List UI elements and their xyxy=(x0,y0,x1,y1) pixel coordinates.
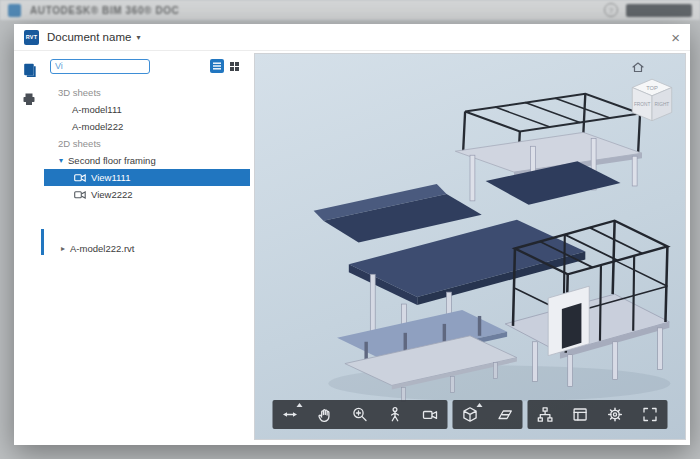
first-person-icon[interactable] xyxy=(378,400,413,429)
hand-pan-icon[interactable] xyxy=(308,400,343,429)
dialog-titlebar: RVT Document name ▾ × xyxy=(14,24,690,51)
dialog-body: 3D sheets A-model111 A-model222 2D sheet… xyxy=(14,51,690,445)
print-icon[interactable] xyxy=(19,89,39,109)
zoom-tool-icon[interactable] xyxy=(343,400,378,429)
panel-scrollbar-thumb[interactable] xyxy=(41,229,44,255)
settings-tool-group xyxy=(528,400,668,429)
sheet-tree: 3D sheets A-model111 A-model222 2D sheet… xyxy=(44,84,250,203)
sheets-icon[interactable] xyxy=(19,59,39,79)
flyout-caret-icon xyxy=(297,403,303,407)
close-button[interactable]: × xyxy=(671,30,680,45)
model-3d-render xyxy=(255,54,685,439)
views-panel: 3D sheets A-model111 A-model222 2D sheet… xyxy=(44,51,250,445)
document-name-dropdown[interactable]: Document name xyxy=(47,31,131,43)
screen: AUTODESK® BIM 360® DOC ? RVT Document na… xyxy=(0,0,700,459)
viewer-toolbar xyxy=(273,400,668,429)
pan-tool-icon[interactable] xyxy=(273,400,308,429)
left-rail xyxy=(14,51,44,445)
model-viewport[interactable]: TOP FRONT RIGHT xyxy=(254,53,686,440)
properties-icon[interactable] xyxy=(563,400,598,429)
model-tool-group xyxy=(453,400,523,429)
settings-gear-icon[interactable] xyxy=(598,400,633,429)
document-viewer-dialog: RVT Document name ▾ × xyxy=(14,24,690,445)
fullscreen-icon[interactable] xyxy=(633,400,668,429)
caret-right-icon[interactable]: ▸ xyxy=(61,244,65,253)
navigation-tool-group xyxy=(273,400,448,429)
viewcube-right-label[interactable]: RIGHT xyxy=(654,102,669,107)
model-browser-icon[interactable] xyxy=(528,400,563,429)
viewcube-top-label[interactable]: TOP xyxy=(646,85,658,91)
viewcube-front-label[interactable]: FRONT xyxy=(634,102,651,107)
flyout-caret-icon xyxy=(477,403,483,407)
rvt-file-badge: RVT xyxy=(24,30,39,45)
camera-tool-icon[interactable] xyxy=(413,400,448,429)
tree-node-a-model222-rvt[interactable]: ▸ A-model222.rvt xyxy=(44,51,267,445)
sheet-view-icon[interactable] xyxy=(488,400,523,429)
view-cube[interactable]: TOP FRONT RIGHT xyxy=(624,74,680,128)
chevron-down-icon[interactable]: ▾ xyxy=(136,33,140,42)
model-views-cube-icon[interactable] xyxy=(453,400,488,429)
